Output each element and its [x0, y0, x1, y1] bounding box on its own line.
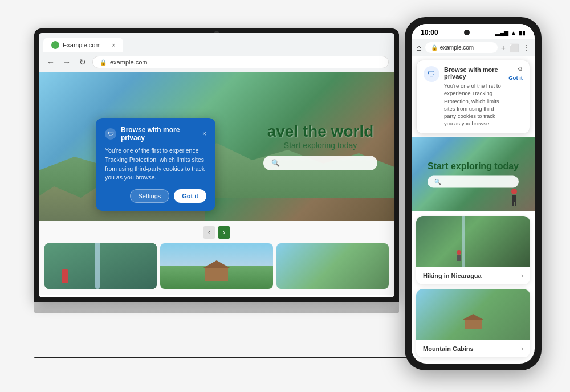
laptop-screen-outer: Example.com × ← → ↻ 🔒 example.com: [34, 28, 399, 302]
lock-icon: 🔒: [100, 59, 107, 66]
phone-site-hero: Start exploring today 🔍: [412, 137, 535, 211]
phone-home-icon[interactable]: ⌂: [416, 43, 422, 53]
site-bottom: ‹ ›: [39, 220, 394, 295]
cabin-body: [205, 268, 228, 281]
popup-close-button[interactable]: ×: [202, 130, 206, 138]
phone-popup-content: Browse with more privacy You're one of t…: [444, 66, 504, 128]
address-bar[interactable]: 🔒 example.com: [92, 56, 389, 68]
hero-title: avel the world: [263, 122, 377, 141]
privacy-popup: 🛡 Browse with more privacy × You're one …: [96, 118, 215, 211]
browser-tabs: Example.com ×: [39, 33, 394, 52]
card-figure-body: [457, 255, 461, 261]
tab-close-button[interactable]: ×: [112, 42, 115, 48]
phone-privacy-popup: 🛡 Browse with more privacy You're one of…: [416, 60, 530, 134]
cabin-house: [202, 260, 231, 280]
browser-tab-active[interactable]: Example.com ×: [43, 38, 123, 52]
phone-time: 10:00: [421, 28, 438, 36]
phone-hero-text: Start exploring today 🔍: [427, 161, 519, 187]
phone-search-icon: 🔍: [434, 178, 441, 185]
card-hiker-figure: [456, 250, 462, 263]
phone-leg-left: [512, 202, 514, 206]
phone-figure-body: [512, 195, 516, 202]
phone-leg-right: [515, 202, 516, 206]
hero-subtitle: Start exploring today: [263, 141, 377, 150]
tab-favicon: [51, 41, 59, 49]
settings-button[interactable]: Settings: [130, 189, 170, 203]
scene: Example.com × ← → ↻ 🔒 example.com: [0, 0, 570, 392]
card-2-chevron: ›: [521, 345, 523, 353]
popup-body-text: You're one of the first to experience Tr…: [105, 146, 206, 182]
phone-card-1[interactable]: Hiking in Nicaragua ›: [416, 216, 530, 284]
card-1-chevron: ›: [521, 272, 523, 280]
phone-figure-head: [511, 189, 517, 194]
privacy-shield-icon: 🛡: [105, 128, 116, 140]
phone-menu-icon[interactable]: ⋮: [522, 43, 530, 52]
signal-icon: ▂▄▆: [495, 30, 508, 36]
card-cabin: [463, 314, 483, 329]
phone-camera: [464, 30, 470, 35]
phone-address-bar[interactable]: 🔒 example.com: [425, 42, 498, 53]
phone-hero-figure: [511, 189, 518, 206]
hero-search[interactable]: 🔍: [263, 156, 377, 170]
phone-card-2-label[interactable]: Mountain Cabins ›: [416, 340, 530, 357]
prev-page-button[interactable]: ‹: [203, 226, 215, 239]
refresh-button[interactable]: ↻: [76, 56, 89, 68]
popup-buttons: Settings Got it: [105, 189, 206, 203]
card-1-text: Hiking in Nicaragua: [423, 272, 482, 279]
phone-got-it-button[interactable]: Got it: [508, 75, 523, 81]
cabin-roof: [202, 260, 231, 268]
laptop-body: Example.com × ← → ↻ 🔒 example.com: [34, 28, 399, 348]
phone-popup-title: Browse with more privacy: [444, 66, 504, 80]
phone-card-2-image: [416, 289, 530, 340]
laptop-base: [34, 302, 399, 313]
popup-title: Browse with more privacy: [121, 126, 202, 142]
phone-card-2[interactable]: Mountain Cabins ›: [416, 289, 530, 357]
got-it-button[interactable]: Got it: [174, 189, 206, 203]
card-2-text: Mountain Cabins: [423, 345, 474, 352]
phone-share-icon[interactable]: ⬜: [509, 43, 519, 52]
phone-privacy-icon: 🛡: [424, 66, 439, 82]
thumbnail-2[interactable]: [160, 243, 272, 289]
wifi-icon: ▲: [511, 30, 516, 36]
phone-popup-text: You're one of the first to experience Tr…: [444, 82, 504, 128]
phone-hero-search[interactable]: 🔍: [427, 175, 519, 187]
phone-card-1-image: [416, 216, 530, 267]
phone-lock-icon: 🔒: [431, 44, 438, 51]
back-button[interactable]: ←: [44, 56, 57, 68]
hero-text-overlay: avel the world Start exploring today 🔍: [263, 122, 377, 170]
phone-popup-header: 🛡 Browse with more privacy You're one of…: [424, 66, 523, 128]
thumbnail-1[interactable]: [44, 243, 157, 289]
popup-header: 🛡 Browse with more privacy ×: [105, 126, 206, 142]
hiker-figure: [62, 269, 68, 283]
phone-device: 10:00 ▂▄▆ ▲ ▮▮ ⌂ 🔒 example.com + ⬜: [405, 17, 542, 370]
next-page-button[interactable]: ›: [218, 226, 230, 239]
phone-status-bar: 10:00 ▂▄▆ ▲ ▮▮: [412, 24, 535, 39]
status-icons: ▂▄▆ ▲ ▮▮: [495, 30, 526, 36]
browser-chrome: Example.com × ← → ↻ 🔒 example.com: [39, 33, 394, 72]
cabin-sm-body: [465, 320, 482, 329]
phone-hero-title: Start exploring today: [427, 161, 519, 171]
phone-figure-legs: [511, 202, 518, 206]
battery-icon: ▮▮: [519, 30, 526, 36]
phone-settings-icon[interactable]: ⚙: [518, 66, 523, 72]
laptop-screen: Example.com × ← → ↻ 🔒 example.com: [39, 33, 394, 297]
site-hero: avel the world Start exploring today 🔍: [39, 72, 394, 220]
thumbnail-3[interactable]: [276, 243, 389, 289]
phone-browser-bar: ⌂ 🔒 example.com + ⬜ ⋮: [412, 39, 535, 56]
laptop-device: Example.com × ← → ↻ 🔒 example.com: [34, 28, 399, 348]
phone-new-tab-icon[interactable]: +: [501, 43, 506, 52]
phone-nav-icons: + ⬜ ⋮: [501, 43, 530, 52]
card-figure-head: [457, 250, 461, 255]
tab-title: Example.com: [63, 42, 101, 48]
popup-title-row: 🛡 Browse with more privacy: [105, 126, 202, 142]
waterfall-stream: [95, 243, 100, 289]
thumbnails-row: [44, 243, 389, 289]
address-text: example.com: [110, 59, 147, 66]
phone-card-1-label[interactable]: Hiking in Nicaragua ›: [416, 267, 530, 284]
cabin-sm-roof: [463, 314, 483, 320]
search-icon: 🔍: [271, 159, 280, 167]
waterfall-bg: [44, 243, 157, 289]
hero-background: avel the world Start exploring today 🔍: [39, 72, 394, 220]
forward-button[interactable]: →: [60, 56, 73, 68]
phone-screen: 10:00 ▂▄▆ ▲ ▮▮ ⌂ 🔒 example.com + ⬜: [412, 24, 535, 364]
